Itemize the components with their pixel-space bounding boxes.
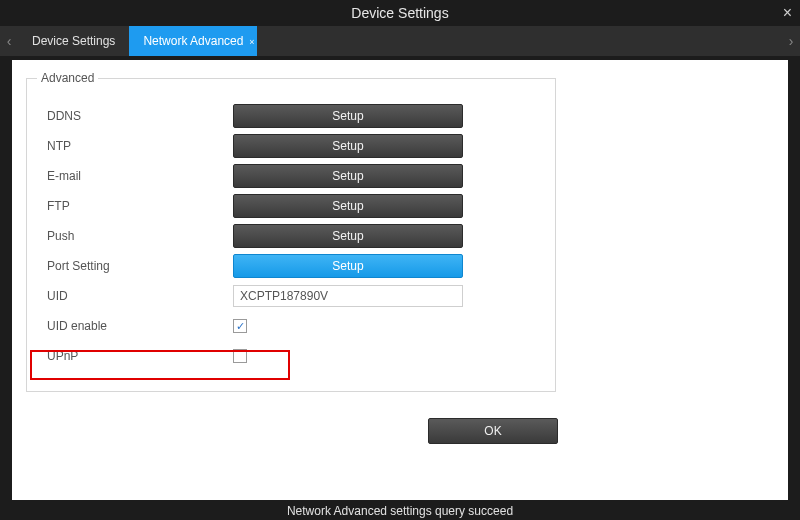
setting-row: PushSetup xyxy=(43,221,539,251)
setting-row: FTPSetup xyxy=(43,191,539,221)
titlebar: Device Settings × xyxy=(0,0,800,26)
checkbox[interactable] xyxy=(233,349,247,363)
setting-row: E-mailSetup xyxy=(43,161,539,191)
setting-row: UID xyxy=(43,281,539,311)
setting-row: UID enable✓ xyxy=(43,311,539,341)
tab-network-advanced[interactable]: Network Advanced × xyxy=(129,26,257,56)
checkbox[interactable]: ✓ xyxy=(233,319,247,333)
setup-button[interactable]: Setup xyxy=(233,224,463,248)
setting-label: Port Setting xyxy=(43,259,233,273)
setting-row: DDNSSetup xyxy=(43,101,539,131)
status-text: Network Advanced settings query succeed xyxy=(287,504,513,518)
ok-button[interactable]: OK xyxy=(428,418,558,444)
content-area: Advanced DDNSSetupNTPSetupE-mailSetupFTP… xyxy=(12,60,788,500)
setting-label: FTP xyxy=(43,199,233,213)
setting-row: UPnP xyxy=(43,341,539,371)
setup-button[interactable]: Setup xyxy=(233,254,463,278)
setup-button[interactable]: Setup xyxy=(233,104,463,128)
setting-label: Push xyxy=(43,229,233,243)
setting-label: UID enable xyxy=(43,319,233,333)
tabs-next-icon[interactable]: › xyxy=(782,26,800,56)
setting-label: NTP xyxy=(43,139,233,153)
tab-label: Network Advanced xyxy=(143,34,243,48)
setup-button[interactable]: Setup xyxy=(233,134,463,158)
ok-button-label: OK xyxy=(484,424,501,438)
setting-label: E-mail xyxy=(43,169,233,183)
setup-button[interactable]: Setup xyxy=(233,164,463,188)
tab-label: Device Settings xyxy=(32,34,115,48)
setting-label: UPnP xyxy=(43,349,233,363)
uid-input[interactable] xyxy=(233,285,463,307)
advanced-fieldset: Advanced DDNSSetupNTPSetupE-mailSetupFTP… xyxy=(26,78,556,392)
status-bar: Network Advanced settings query succeed xyxy=(0,502,800,520)
tab-strip: ‹ Device Settings Network Advanced × › xyxy=(0,26,800,56)
setting-row: Port SettingSetup xyxy=(43,251,539,281)
window-title: Device Settings xyxy=(351,5,448,21)
tabs-prev-icon[interactable]: ‹ xyxy=(0,26,18,56)
fieldset-legend: Advanced xyxy=(37,71,98,85)
setting-label: DDNS xyxy=(43,109,233,123)
setup-button[interactable]: Setup xyxy=(233,194,463,218)
close-icon[interactable]: × xyxy=(783,0,792,26)
tab-close-icon[interactable]: × xyxy=(249,27,254,57)
setting-label: UID xyxy=(43,289,233,303)
tab-device-settings[interactable]: Device Settings xyxy=(18,26,129,56)
setting-row: NTPSetup xyxy=(43,131,539,161)
